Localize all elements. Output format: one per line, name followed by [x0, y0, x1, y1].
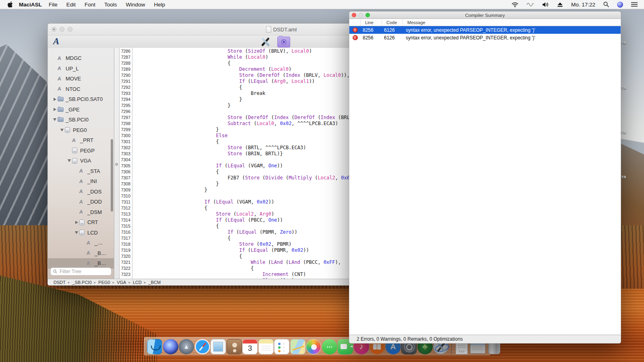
error-icon: ! [353, 27, 358, 33]
sidebar-item-move[interactable]: AMOVE [48, 74, 114, 84]
breadcrumb-item-lcd[interactable]: LCD [133, 280, 142, 285]
filter-tree-input[interactable] [59, 268, 111, 275]
line-number: 7303 [120, 151, 132, 157]
breadcrumb-item-bcm[interactable]: _BCM [149, 280, 161, 285]
dock-icon-photos[interactable] [306, 339, 321, 354]
sidebar-item-pegp[interactable]: PEGP [48, 146, 114, 156]
dock-icon-messages[interactable]: … [322, 339, 337, 354]
sidebar-item-sbpci0sat0[interactable]: _SB.PCI0.SAT0 [48, 94, 114, 105]
column-message[interactable]: Message [403, 19, 621, 26]
breadcrumb-item-sbpci0[interactable]: _SB.PCI0 [72, 280, 91, 285]
dock-icon-finder[interactable] [147, 339, 162, 354]
compiler-window-title: Compiler Summary [349, 12, 621, 19]
breadcrumb-item-dsdt[interactable]: DSDT [54, 280, 66, 285]
sidebar-item-crt[interactable]: CRT [48, 217, 114, 228]
split-divider-dimple[interactable] [115, 163, 118, 166]
method-icon: A [58, 76, 66, 82]
eject-icon[interactable] [557, 2, 563, 7]
apple-menu[interactable] [8, 1, 13, 8]
menu-clock[interactable]: Mo. 17:22 [571, 2, 595, 8]
error-row-0[interactable]: !82566126syntax error, unexpected PARSEO… [349, 26, 621, 34]
line-number: 7317 [120, 235, 132, 241]
dock-icon-notes[interactable] [258, 339, 274, 354]
dock-icon-siri[interactable] [163, 339, 178, 354]
disclosure-triangle-icon[interactable] [52, 118, 58, 121]
error-row-1[interactable]: !82566126syntax error, unexpected PARSEO… [349, 34, 621, 41]
document-proxy-icon[interactable] [266, 26, 271, 33]
sidebar-item-ntoc[interactable]: ANTOC [48, 84, 114, 95]
sidebar-item-dos[interactable]: A_DOS [48, 187, 114, 197]
breadcrumb-item-vga[interactable]: VGA [117, 280, 126, 285]
filter-field[interactable] [50, 267, 111, 276]
active-app-menu[interactable]: MaciASL [19, 2, 42, 8]
siri-icon[interactable] [617, 2, 623, 8]
font-tool-button[interactable]: A [53, 36, 59, 47]
volume-icon[interactable] [542, 2, 549, 7]
dock-icon-mail[interactable] [211, 339, 226, 354]
sidebar-item-sbpci0[interactable]: _SB.PCI0 [48, 115, 114, 125]
line-number: 7300 [120, 133, 132, 139]
compiler-summary-window[interactable]: Compiler Summary Line Code Message !8256… [349, 11, 621, 343]
sidebar-item-vga[interactable]: VGA [48, 156, 114, 166]
sidebar-item-gpe[interactable]: _GPE [48, 105, 114, 115]
sidebar-item-b[interactable]: A_B… [48, 258, 114, 269]
dock-icon-window-preview[interactable] [470, 342, 485, 354]
dock-icon-calendar[interactable]: 3 [242, 339, 258, 354]
sidebar-scrollbar[interactable] [111, 139, 113, 212]
notification-center-icon[interactable] [631, 2, 638, 7]
desktop-screen: rrarrarrarra ▲3…♪A♣TXT DSDT.aml A AMDGCA… [0, 0, 644, 362]
line-number-gutter: 7286728772887289729072917292729372947295… [120, 48, 132, 279]
dock-icon-contacts[interactable] [227, 339, 242, 354]
sidebar-item-mdgc[interactable]: AMDGC [48, 53, 114, 64]
line-number: 7290 [120, 72, 132, 78]
sidebar-item-sta[interactable]: A_STA [48, 166, 114, 177]
sidebar-item-label: MDGC [66, 55, 82, 61]
disclosure-triangle-icon[interactable] [74, 231, 79, 234]
sidebar-item-label: _… [95, 240, 103, 246]
wifi-icon[interactable] [512, 2, 518, 7]
dock-icon-maps[interactable] [290, 339, 305, 354]
disclosure-triangle-icon[interactable] [52, 98, 58, 101]
menu-item-tools[interactable]: Tools [100, 2, 122, 8]
menu-item-help[interactable]: Help [150, 2, 170, 8]
spotlight-search-icon[interactable] [603, 2, 609, 7]
sidebar-item-[interactable]: A_… [48, 238, 114, 248]
compile-tools-icon[interactable] [260, 37, 270, 47]
sidebar-item-dod[interactable]: A_DOD [48, 197, 114, 207]
sidebar-item-label: UP_L [66, 66, 79, 72]
split-divider[interactable] [114, 48, 120, 279]
breadcrumb-separator-icon: ▸ [68, 280, 70, 284]
disclosure-triangle-icon[interactable] [52, 108, 58, 111]
patch-folder-icon[interactable] [277, 37, 290, 47]
sidebar-item-label: _DOS [87, 189, 101, 195]
menu-item-edit[interactable]: Edit [62, 2, 80, 8]
sidebar-item-prt[interactable]: A_PRT [48, 135, 114, 146]
dock-icon-launchpad[interactable]: ▲ [179, 339, 194, 354]
sidebar-item-peg0[interactable]: PEG0 [48, 125, 114, 136]
sidebar-item-label: _GPE [66, 107, 80, 113]
breadcrumb-item-peg0[interactable]: PEG0 [98, 280, 110, 285]
menu-item-font[interactable]: Font [80, 2, 100, 8]
breadcrumb-separator-icon: ▸ [128, 280, 130, 284]
column-code[interactable]: Code [382, 19, 403, 26]
menu-item-window[interactable]: Window [122, 2, 150, 8]
line-number: 7306 [120, 169, 132, 175]
sidebar-item-lcd[interactable]: LCD [48, 228, 114, 238]
column-line[interactable]: Line [361, 19, 382, 26]
disclosure-triangle-icon[interactable] [74, 221, 79, 224]
sidebar-item-upl[interactable]: AUP_L [48, 64, 114, 74]
error-message: syntax error, unexpected PARSEOP_INTEGER… [403, 27, 621, 33]
line-number: 7298 [120, 121, 132, 127]
disclosure-triangle-icon[interactable] [59, 129, 65, 132]
method-icon: A [79, 199, 87, 205]
sidebar-item-ini[interactable]: A_INI [48, 176, 114, 187]
dock-icon-reminders[interactable] [274, 339, 289, 354]
sidebar-item-b[interactable]: A_B… [48, 248, 114, 259]
compiler-titlebar[interactable]: Compiler Summary [349, 12, 621, 19]
menu-item-file[interactable]: File [44, 2, 62, 8]
line-number: 7322 [120, 265, 132, 272]
sidebar-item-dsm[interactable]: A_DSM [48, 207, 114, 218]
disclosure-triangle-icon[interactable] [66, 159, 72, 162]
wave-icon[interactable] [526, 2, 534, 7]
dock-icon-safari[interactable] [195, 339, 210, 354]
